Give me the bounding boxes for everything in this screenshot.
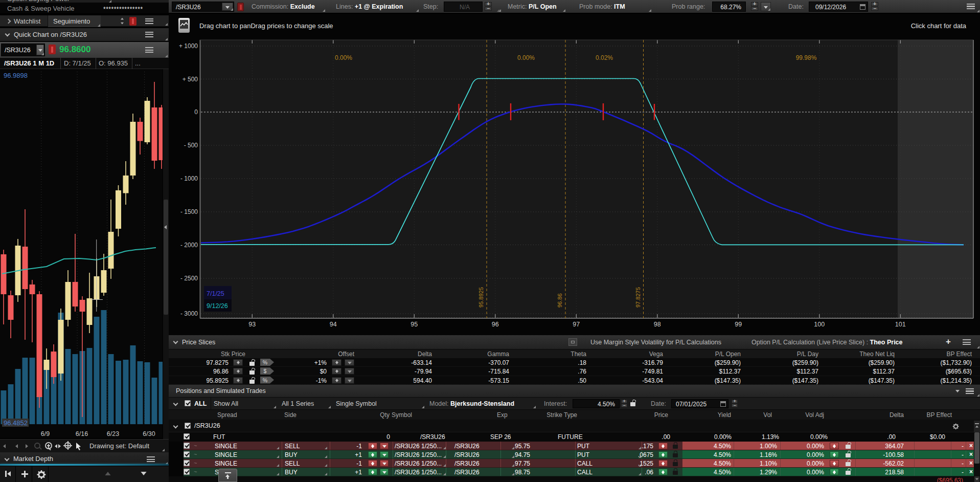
svg-text:96.9898: 96.9898 — [4, 72, 28, 79]
svg-text:- 2500: - 2500 — [180, 275, 198, 282]
svg-text:6/9: 6/9 — [41, 430, 50, 437]
svg-text:98: 98 — [654, 321, 661, 328]
svg-text:99.98%: 99.98% — [796, 54, 817, 61]
svg-text:- 1500: - 1500 — [180, 208, 198, 215]
svg-text:95.8925: 95.8925 — [478, 287, 484, 308]
svg-text:- 3000: - 3000 — [180, 310, 198, 317]
svg-text:6/30: 6/30 — [143, 430, 155, 437]
svg-text:- 1000: - 1000 — [180, 175, 198, 182]
svg-text:94: 94 — [330, 321, 337, 328]
svg-text:95: 95 — [411, 321, 418, 328]
svg-text:96.86: 96.86 — [557, 293, 563, 308]
svg-text:0: 0 — [194, 108, 198, 116]
svg-text:- 2000: - 2000 — [180, 242, 198, 249]
svg-text:0.00%: 0.00% — [517, 54, 535, 61]
svg-text:97: 97 — [573, 321, 580, 328]
svg-text:0.02%: 0.02% — [596, 54, 613, 61]
svg-text:+ 500: + 500 — [183, 76, 198, 83]
svg-text:- 500: - 500 — [184, 142, 198, 149]
svg-text:6/23: 6/23 — [107, 430, 119, 437]
svg-text:97.8275: 97.8275 — [635, 287, 641, 308]
svg-text:96: 96 — [492, 321, 499, 328]
svg-text:9/12/26: 9/12/26 — [207, 302, 228, 310]
svg-text:0.00%: 0.00% — [335, 54, 352, 61]
svg-text:101: 101 — [895, 321, 906, 328]
svg-text:100: 100 — [814, 321, 825, 328]
svg-text:99: 99 — [735, 321, 742, 328]
svg-text:7/1/25: 7/1/25 — [207, 290, 224, 297]
svg-text:93: 93 — [248, 321, 256, 328]
svg-text:+ 1000: + 1000 — [179, 42, 198, 50]
svg-text:6/16: 6/16 — [76, 430, 88, 437]
svg-text:96.4852: 96.4852 — [4, 419, 28, 427]
